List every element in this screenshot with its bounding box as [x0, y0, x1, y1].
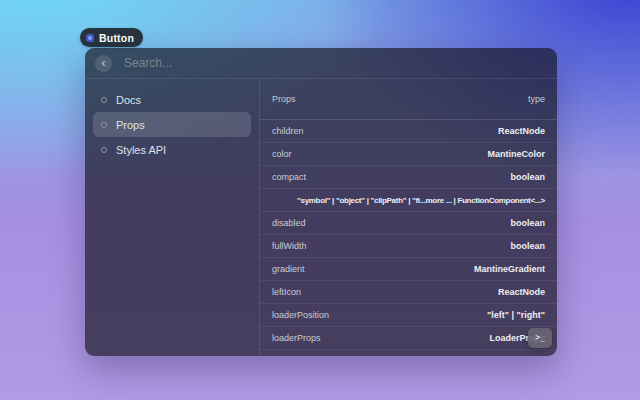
prop-type: boolean	[510, 218, 545, 228]
back-button[interactable]: ‹	[95, 55, 112, 72]
prop-name: color	[272, 149, 292, 159]
sidebar-item-docs[interactable]: Docs	[93, 87, 251, 112]
search-bar: ‹	[85, 48, 557, 79]
component-dot-icon	[86, 34, 94, 42]
table-row: loaderPosition"left" | "right"	[260, 304, 557, 327]
circle-icon	[101, 122, 107, 128]
prop-type: MantineGradient	[474, 264, 545, 274]
props-table-header: Props type	[260, 79, 557, 120]
table-row: childrenReactNode	[260, 120, 557, 143]
table-row: fullWidthboolean	[260, 235, 557, 258]
prop-type: "symbol" | "object" | "clipPath" | "fi..…	[297, 196, 545, 205]
prop-type: ReactNode	[498, 126, 545, 136]
table-row: loaderPropsLoaderProps	[260, 327, 557, 350]
table-row: compactboolean	[260, 166, 557, 189]
type-header-label: type	[528, 94, 545, 104]
sidebar-item-props[interactable]: Props	[93, 112, 251, 137]
prop-name: leftIcon	[272, 287, 301, 297]
sidebar: DocsPropsStyles API	[85, 79, 260, 356]
prop-name: loaderPosition	[272, 310, 329, 320]
circle-icon	[101, 147, 107, 153]
prop-name: gradient	[272, 264, 305, 274]
prop-type: "left" | "right"	[487, 310, 545, 320]
sidebar-item-label: Styles API	[116, 144, 166, 156]
props-header-label: Props	[272, 94, 296, 104]
table-row: gradientMantineGradient	[260, 258, 557, 281]
table-row: loadingboolean	[260, 350, 557, 356]
props-table: Props type childrenReactNodecolorMantine…	[260, 79, 557, 356]
table-row: leftIconReactNode	[260, 281, 557, 304]
prop-name: fullWidth	[272, 241, 307, 251]
component-badge[interactable]: Button	[80, 28, 143, 47]
component-badge-label: Button	[99, 32, 134, 44]
prop-name: compact	[272, 172, 306, 182]
prop-name: disabled	[272, 218, 306, 228]
console-toggle-button[interactable]: >_	[528, 328, 552, 348]
prop-name: loaderProps	[272, 333, 321, 343]
table-row: colorMantineColor	[260, 143, 557, 166]
panel-body: DocsPropsStyles API Props type childrenR…	[85, 79, 557, 356]
table-row: disabledboolean	[260, 212, 557, 235]
circle-icon	[101, 97, 107, 103]
prop-type: boolean	[510, 241, 545, 251]
table-row: "symbol" | "object" | "clipPath" | "fi..…	[260, 189, 557, 212]
prop-type: MantineColor	[488, 149, 546, 159]
spotlight-panel: ‹ DocsPropsStyles API Props type childre…	[85, 48, 557, 356]
chevron-left-icon: ‹	[102, 56, 106, 70]
sidebar-item-styles-api[interactable]: Styles API	[93, 137, 251, 162]
sidebar-item-label: Docs	[116, 94, 141, 106]
prop-type: ReactNode	[498, 287, 545, 297]
search-input[interactable]	[122, 55, 547, 71]
prop-type: boolean	[510, 172, 545, 182]
prop-name: children	[272, 126, 304, 136]
sidebar-item-label: Props	[116, 119, 145, 131]
props-table-rows: childrenReactNodecolorMantineColorcompac…	[260, 120, 557, 356]
